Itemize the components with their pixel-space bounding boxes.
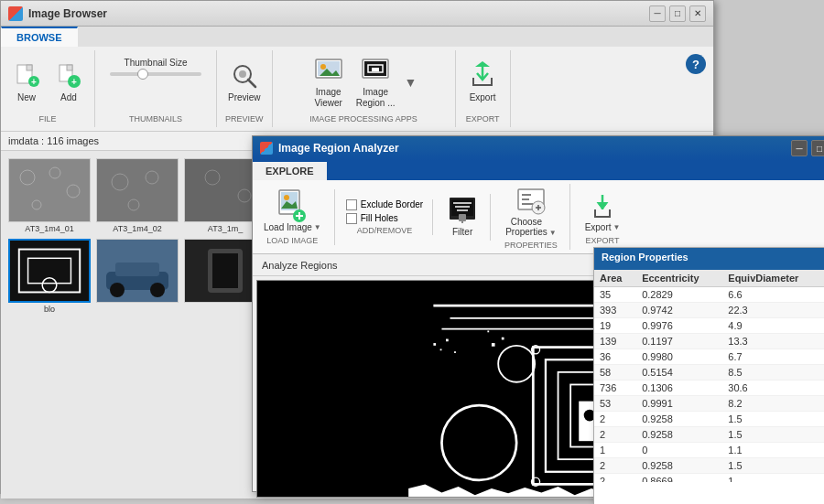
col-header-area: Area <box>594 270 636 287</box>
preview-group-items: Preview <box>224 54 265 111</box>
cell-equivdiameter: 1.1 <box>722 443 824 458</box>
ra-ribbon: Load Image ▼ LOAD IMAGE Exclude Border F <box>253 180 824 254</box>
props-dropdown[interactable]: ▼ <box>549 229 557 237</box>
svg-point-13 <box>320 64 326 70</box>
table-row: 53 0.9991 8.2 <box>594 396 824 412</box>
filter-label: Filter <box>452 227 472 237</box>
cell-eccentricity: 0.1197 <box>636 334 722 349</box>
ra-addremove-items: Exclude Border Fill Holes <box>346 199 423 224</box>
imageapps-group-label: IMAGE PROCESSING APPS <box>309 111 417 123</box>
preview-button[interactable]: Preview <box>224 59 265 105</box>
export-group-label: EXPORT <box>466 111 500 123</box>
close-button[interactable]: ✕ <box>689 5 706 22</box>
help-area: ? <box>678 50 713 127</box>
choose-properties-button[interactable]: ChooseProperties ▼ <box>502 184 560 239</box>
cell-area: 2 <box>594 474 636 483</box>
choose-props-label: ChooseProperties <box>505 217 548 237</box>
region-properties-table: Area Eccentricity EquivDiameter 35 0.282… <box>594 270 824 482</box>
exclude-border-check[interactable] <box>346 199 357 210</box>
list-item[interactable] <box>96 239 179 314</box>
window-controls: ─ □ ✕ <box>649 5 706 22</box>
choose-props-icon <box>516 186 546 215</box>
svg-rect-1 <box>27 65 32 70</box>
list-item[interactable]: blo <box>8 239 91 314</box>
svg-rect-111 <box>492 343 495 347</box>
thumbnail-slider[interactable] <box>110 72 201 76</box>
svg-rect-56 <box>115 263 159 276</box>
table-row: 1 0 1.1 <box>594 443 824 458</box>
cell-area: 2 <box>594 427 636 443</box>
list-item[interactable]: AT3_1m4_01 <box>8 158 91 233</box>
thumb-at03-label: AT3_1m_ <box>208 224 243 233</box>
tab-browse[interactable]: BROWSE <box>1 27 78 47</box>
cell-eccentricity: 0.9258 <box>636 458 722 474</box>
new-button[interactable]: + New <box>8 59 45 105</box>
ra-maximize-button[interactable]: □ <box>811 140 824 156</box>
add-button[interactable]: + Add <box>50 59 87 105</box>
tab-explore[interactable]: EXPLORE <box>253 160 327 180</box>
cell-eccentricity: 0.9991 <box>636 396 722 412</box>
table-row: 36 0.9980 6.7 <box>594 349 824 365</box>
apps-dropdown-arrow[interactable]: ▼ <box>405 75 417 90</box>
export-button[interactable]: Export <box>464 59 501 105</box>
svg-rect-112 <box>502 338 504 340</box>
svg-point-58 <box>150 283 165 297</box>
cell-eccentricity: 0.8669 <box>636 474 722 483</box>
image-region-label: ImageRegion ... <box>356 87 396 109</box>
title-left: Image Browser <box>8 6 107 21</box>
cell-area: 1 <box>594 443 636 458</box>
svg-rect-20 <box>9 159 90 221</box>
add-icon: + <box>54 61 83 91</box>
slider-thumb[interactable] <box>137 69 148 80</box>
col-header-equivdiameter: EquivDiameter <box>722 270 824 287</box>
fill-holes-check[interactable] <box>346 213 357 224</box>
ra-minimize-button[interactable]: ─ <box>791 140 808 156</box>
exclude-border-checkbox[interactable]: Exclude Border <box>346 199 423 210</box>
thumbnails-group-label: THUMBNAILS <box>129 111 182 123</box>
fill-holes-checkbox[interactable]: Fill Holes <box>346 213 423 224</box>
table-row: 35 0.2829 6.6 <box>594 287 824 303</box>
minimize-button[interactable]: ─ <box>649 5 666 22</box>
panel-tab-label: Analyze Regions <box>262 260 338 271</box>
add-label: Add <box>60 92 77 103</box>
table-row: 2 0.9258 1.5 <box>594 412 824 427</box>
help-button[interactable]: ? <box>686 54 706 74</box>
load-image-button[interactable]: Load Image ▼ <box>260 189 325 234</box>
ribbon-group-file: + New + Add <box>1 50 95 127</box>
cell-eccentricity: 0.9258 <box>636 412 722 427</box>
image-viewer-label: ImageViewer <box>315 87 342 109</box>
cell-equivdiameter: 1.5 <box>722 427 824 443</box>
ra-export-label: Export <box>585 222 612 232</box>
export-dropdown[interactable]: ▼ <box>613 223 621 231</box>
cell-equivdiameter: 13.3 <box>722 334 824 349</box>
ra-properties-group: ChooseProperties ▼ PROPERTIES <box>502 184 570 250</box>
cell-eccentricity: 0 <box>636 443 722 458</box>
filter-button[interactable]: Filter <box>444 194 481 239</box>
list-item[interactable]: AT3_1m4_02 <box>96 158 179 233</box>
rp-table-container[interactable]: Area Eccentricity EquivDiameter 35 0.282… <box>594 270 824 482</box>
cell-area: 19 <box>594 318 636 334</box>
cell-area: 393 <box>594 303 636 318</box>
image-browser-title: Image Browser <box>28 7 107 20</box>
image-viewer-icon <box>314 56 343 85</box>
export-label: Export <box>470 92 496 103</box>
svg-point-57 <box>110 283 125 297</box>
image-region-button[interactable]: ImageRegion ... <box>352 54 399 111</box>
ra-title-left: Image Region Analyzer <box>260 142 399 155</box>
cell-equivdiameter: 8.5 <box>722 365 824 381</box>
svg-rect-95 <box>446 339 449 342</box>
cell-eccentricity: 0.5154 <box>636 365 722 381</box>
ra-export-button[interactable]: Export ▼ <box>581 189 624 234</box>
exclude-border-label: Exclude Border <box>361 199 423 209</box>
svg-rect-75 <box>451 199 473 216</box>
ribbon-group-export: Export EXPORT <box>456 50 511 127</box>
cell-area: 139 <box>594 334 636 349</box>
ra-matlab-icon <box>260 142 273 155</box>
props-section-label: PROPERTIES <box>504 241 558 250</box>
load-image-icon <box>277 191 307 220</box>
load-image-dropdown[interactable]: ▼ <box>314 223 321 231</box>
image-viewer-button[interactable]: ImageViewer <box>310 54 347 111</box>
maximize-button[interactable]: □ <box>669 5 686 22</box>
svg-point-69 <box>284 195 289 200</box>
load-section-label: LOAD IMAGE <box>266 236 318 245</box>
